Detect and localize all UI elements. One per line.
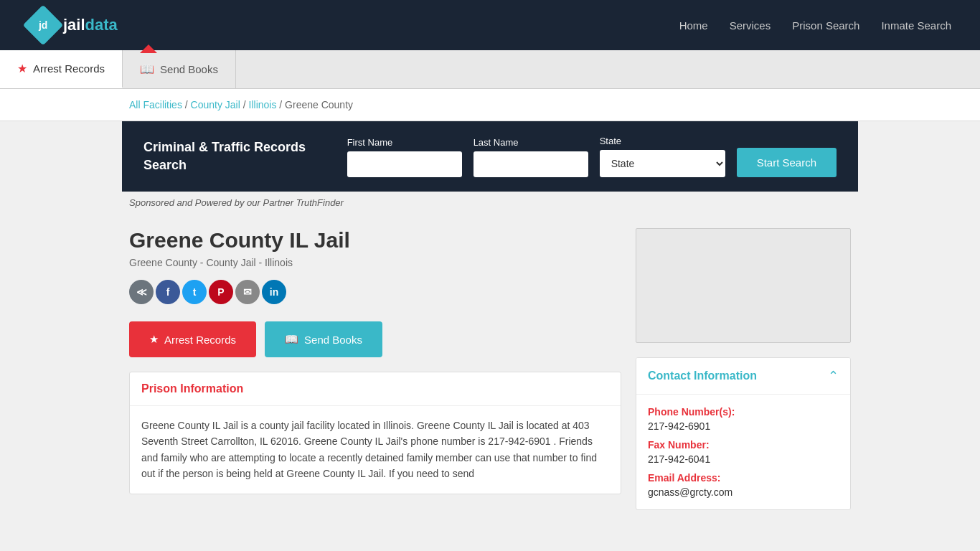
arrest-records-button[interactable]: ★ Arrest Records <box>129 321 256 357</box>
facility-subtitle: Greene County - County Jail - Illinois <box>129 257 621 268</box>
search-banner: Criminal & Traffic Records Search First … <box>122 121 858 192</box>
nav-inmate-search[interactable]: Inmate Search <box>881 19 951 32</box>
brand-name: jaildata <box>63 16 118 34</box>
linkedin-icon[interactable]: in <box>262 280 286 304</box>
prison-info-text: Greene County IL Jail is a county jail f… <box>141 418 609 482</box>
tabs-bar: ★ Arrest Records 📖 Send Books <box>0 50 980 89</box>
content-right: Contact Information ⌃ Phone Number(s): 2… <box>636 228 851 510</box>
state-group: State StateAlabamaAlaskaArizonaArkansasC… <box>600 136 725 177</box>
share-icon[interactable]: ≪ <box>129 280 154 304</box>
breadcrumb: All Facilities / County Jail / Illinois … <box>0 89 980 121</box>
tab-arrest-records[interactable]: ★ Arrest Records <box>0 50 123 88</box>
fax-label: Fax Number: <box>648 439 839 451</box>
content-left: Greene County IL Jail Greene County - Co… <box>129 228 621 510</box>
main-content: Greene County IL Jail Greene County - Co… <box>0 214 980 510</box>
state-select[interactable]: StateAlabamaAlaskaArizonaArkansasCalifor… <box>600 150 725 177</box>
last-name-input[interactable] <box>473 151 588 177</box>
chevron-up-icon[interactable]: ⌃ <box>828 368 839 384</box>
ad-box <box>636 228 851 343</box>
contact-card: Contact Information ⌃ Phone Number(s): 2… <box>636 357 851 510</box>
social-icons: ≪ f t P ✉ in <box>129 280 621 304</box>
arrest-records-label: Arrest Records <box>164 334 236 346</box>
last-name-group: Last Name <box>473 137 588 177</box>
first-name-group: First Name <box>347 137 462 177</box>
state-label: State <box>600 136 725 146</box>
nav-services[interactable]: Services <box>730 19 771 32</box>
breadcrumb-current: Greene County <box>285 99 353 110</box>
tab-arrest-label: Arrest Records <box>33 62 105 75</box>
breadcrumb-illinois[interactable]: Illinois <box>249 99 277 110</box>
breadcrumb-all-facilities[interactable]: All Facilities <box>129 99 182 110</box>
book-icon: 📖 <box>140 62 154 76</box>
breadcrumb-county-jail[interactable]: County Jail <box>191 99 240 110</box>
contact-header: Contact Information ⌃ <box>636 358 850 395</box>
twitter-icon[interactable]: t <box>182 280 207 304</box>
sponsored-text: Sponsored and Powered by our Partner Tru… <box>0 192 980 214</box>
email-label: Email Address: <box>648 472 839 484</box>
logo-jd-text: jd <box>39 19 47 31</box>
tab-send-books-label: Send Books <box>160 63 218 75</box>
contact-body: Phone Number(s): 217-942-6901 Fax Number… <box>636 395 850 509</box>
search-banner-title: Criminal & Traffic Records Search <box>143 138 326 174</box>
email-value: gcnass@grcty.com <box>648 486 839 498</box>
facebook-icon[interactable]: f <box>156 280 180 304</box>
pinterest-icon[interactable]: P <box>209 280 233 304</box>
email-icon[interactable]: ✉ <box>235 280 260 304</box>
first-name-input[interactable] <box>347 151 462 177</box>
last-name-label: Last Name <box>473 137 588 148</box>
phone-value: 217-942-6901 <box>648 420 839 432</box>
phone-label: Phone Number(s): <box>648 406 839 418</box>
star-icon: ★ <box>17 62 27 75</box>
brand-logo[interactable]: jd jaildata <box>29 11 118 39</box>
nav-links: Home Services Prison Search Inmate Searc… <box>679 19 951 32</box>
navbar: jd jaildata Home Services Prison Search … <box>0 0 980 50</box>
prison-info-card: Prison Information Greene County IL Jail… <box>129 372 621 494</box>
send-books-button[interactable]: 📖 Send Books <box>265 321 382 357</box>
prison-info-header: Prison Information <box>130 372 621 406</box>
logo-diamond: jd <box>23 5 64 46</box>
nav-prison-search[interactable]: Prison Search <box>792 19 859 32</box>
prison-info-title: Prison Information <box>141 382 609 395</box>
facility-title: Greene County IL Jail <box>129 228 621 253</box>
first-name-label: First Name <box>347 137 462 148</box>
search-fields: First Name Last Name State StateAlabamaA… <box>347 136 837 177</box>
star-icon-btn: ★ <box>149 333 159 346</box>
tab-send-books[interactable]: 📖 Send Books <box>123 50 236 88</box>
book-icon-btn: 📖 <box>285 333 298 346</box>
contact-title: Contact Information <box>648 369 757 382</box>
prison-info-body: Greene County IL Jail is a county jail f… <box>130 406 621 494</box>
send-books-label: Send Books <box>304 334 362 346</box>
action-buttons: ★ Arrest Records 📖 Send Books <box>129 321 621 357</box>
start-search-button[interactable]: Start Search <box>737 148 837 177</box>
nav-home[interactable]: Home <box>679 19 708 32</box>
fax-value: 217-942-6041 <box>648 453 839 465</box>
